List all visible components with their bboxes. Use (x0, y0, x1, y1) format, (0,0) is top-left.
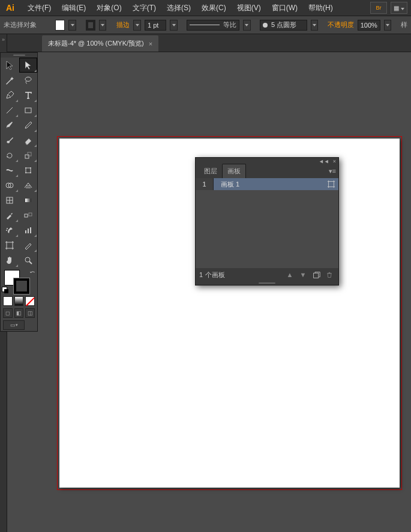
eyedropper-tool[interactable] (1, 208, 19, 223)
brush-value: 5 点圆形 (271, 20, 296, 29)
tab-artboards[interactable]: 画板 (222, 164, 246, 178)
draw-normal-icon[interactable]: ◻ (3, 308, 13, 318)
paintbrush-tool[interactable] (1, 118, 19, 133)
direct-selection-tool[interactable] (19, 58, 37, 73)
panel-body: 1 画板 1 (196, 178, 338, 268)
line-tool[interactable] (1, 103, 19, 118)
blob-brush-tool[interactable] (1, 133, 19, 148)
eraser-tool[interactable] (19, 133, 37, 148)
rotate-tool[interactable] (1, 148, 19, 163)
menu-view[interactable]: 视图(V) (232, 1, 266, 16)
fill-stroke-control[interactable]: ⤺ (1, 267, 37, 295)
svg-rect-21 (7, 242, 13, 248)
screen-mode-row: ▭▾ (1, 319, 37, 331)
draw-behind-icon[interactable]: ◧ (14, 308, 24, 318)
panel-menu-icon[interactable]: ▾≡ (329, 167, 336, 175)
canvas-area[interactable]: ◄◄ × 图层 画板 ▾≡ 1 画板 1 1 个画板 ▲ ▼ (45, 52, 411, 532)
menu-object[interactable]: 对象(O) (92, 1, 126, 16)
brush-dd[interactable] (311, 20, 319, 31)
menu-help[interactable]: 帮助(H) (304, 1, 338, 16)
slice-tool[interactable] (19, 238, 37, 253)
stroke-dropdown[interactable] (99, 20, 107, 31)
gradient-tool[interactable] (19, 193, 37, 208)
stroke-label[interactable]: 描边 (116, 20, 130, 29)
stroke-weight-down[interactable] (133, 20, 141, 31)
draw-inside-icon[interactable]: ◫ (25, 308, 35, 318)
color-solid-icon[interactable] (3, 296, 13, 306)
svg-rect-19 (28, 229, 29, 233)
svg-point-17 (6, 230, 7, 231)
move-up-icon[interactable]: ▲ (284, 270, 295, 279)
opacity-field[interactable]: 100% (358, 20, 380, 31)
toolbox: ⤺ ◻ ◧ ◫ ▭▾ (0, 52, 38, 332)
menu-select[interactable]: 选择(S) (162, 1, 196, 16)
lasso-tool[interactable] (19, 73, 37, 88)
menu-effect[interactable]: 效果(C) (197, 1, 231, 16)
mesh-tool[interactable] (1, 193, 19, 208)
artboard-tool[interactable] (1, 238, 19, 253)
svg-rect-20 (30, 227, 31, 233)
tab-layers[interactable]: 图层 (199, 164, 222, 178)
scale-tool[interactable] (19, 148, 37, 163)
svg-rect-24 (329, 182, 334, 187)
expand-dock-icon[interactable]: » (1, 37, 7, 43)
width-tool[interactable] (1, 163, 19, 178)
default-fill-stroke-icon[interactable] (2, 287, 9, 294)
stroke-weight-dd[interactable] (170, 20, 178, 31)
stroke-profile-dd[interactable] (243, 20, 251, 31)
menu-window[interactable]: 窗口(W) (267, 1, 302, 16)
menu-text[interactable]: 文字(T) (128, 1, 161, 16)
brush-field[interactable]: 5 点圆形 (260, 20, 307, 31)
svg-rect-25 (313, 273, 318, 278)
pen-tool[interactable] (1, 88, 19, 103)
screen-mode-icon[interactable]: ▭▾ (3, 320, 25, 330)
panel-resize-grip[interactable] (196, 281, 338, 285)
type-tool[interactable] (19, 88, 37, 103)
color-gradient-icon[interactable] (14, 296, 24, 306)
stroke-profile-field[interactable]: 等比 (187, 20, 239, 31)
swap-fill-stroke-icon[interactable]: ⤺ (30, 269, 35, 275)
stroke-swatch[interactable] (86, 20, 95, 31)
svg-rect-13 (25, 199, 31, 202)
opacity-dd[interactable] (384, 20, 392, 31)
menu-file[interactable]: 文件(F) (23, 1, 56, 16)
panel-collapse-icon[interactable]: ◄◄ (319, 158, 329, 164)
delete-artboard-icon[interactable] (324, 270, 335, 279)
opacity-label[interactable]: 不透明度 (328, 20, 354, 29)
blend-tool[interactable] (19, 208, 37, 223)
zoom-tool[interactable] (19, 253, 37, 267)
color-none-icon[interactable] (25, 296, 35, 306)
panel-close-icon[interactable]: × (333, 158, 336, 164)
move-down-icon[interactable]: ▼ (298, 270, 308, 279)
tab-close-icon[interactable]: × (149, 40, 152, 47)
svg-line-23 (29, 262, 32, 264)
profile-label: 等比 (223, 20, 236, 29)
style-label[interactable]: 样 (401, 20, 407, 29)
rectangle-tool[interactable] (19, 103, 37, 118)
fill-swatch[interactable] (55, 20, 65, 31)
bridge-button[interactable]: Br (370, 2, 387, 14)
stroke-color-box[interactable] (14, 278, 29, 294)
perspective-grid-tool[interactable] (19, 178, 37, 193)
arrange-docs-button[interactable]: ▦ (391, 2, 407, 14)
control-bar: 未选择对象 描边 1 pt 等比 5 点圆形 不透明度 100% 样 (0, 16, 411, 34)
free-transform-tool[interactable] (19, 163, 37, 178)
hand-tool[interactable] (1, 253, 19, 267)
svg-point-9 (30, 172, 31, 173)
artboard-options-icon[interactable] (324, 178, 338, 190)
fill-dropdown[interactable] (68, 20, 76, 31)
symbol-sprayer-tool[interactable] (1, 223, 19, 238)
magic-wand-tool[interactable] (1, 73, 19, 88)
column-graph-tool[interactable] (19, 223, 37, 238)
pencil-tool[interactable] (19, 118, 37, 133)
artboard-row[interactable]: 1 画板 1 (196, 178, 338, 190)
selection-tool[interactable] (1, 58, 19, 73)
menu-edit[interactable]: 编辑(E) (57, 1, 91, 16)
stroke-weight-field[interactable]: 1 pt (145, 20, 166, 31)
document-tab[interactable]: 未标题-4* @ 100% (CMYK/预览) × (42, 35, 158, 52)
artboard-row-name[interactable]: 画板 1 (214, 180, 324, 189)
shape-builder-tool[interactable] (1, 178, 19, 193)
toolbox-grip[interactable] (1, 53, 37, 58)
new-artboard-icon[interactable] (311, 270, 322, 279)
svg-rect-2 (25, 108, 31, 113)
